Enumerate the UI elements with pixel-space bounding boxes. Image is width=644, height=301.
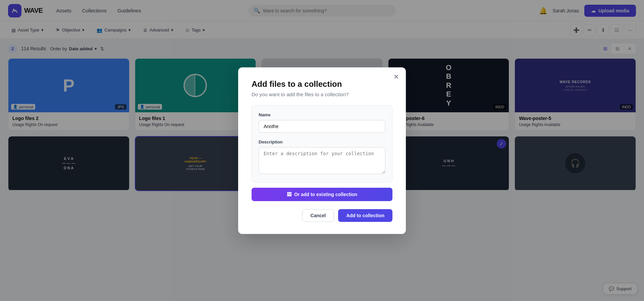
- description-label: Description: [259, 139, 385, 144]
- add-to-collection-modal: ✕ Add files to a collection Do you want …: [238, 67, 406, 191]
- description-input[interactable]: [259, 147, 385, 174]
- modal-subtitle: Do you want to add the files to a collec…: [252, 92, 392, 97]
- modal-overlay: ✕ Add files to a collection Do you want …: [0, 0, 644, 191]
- name-field-group: Name: [259, 112, 385, 133]
- add-to-existing-collection-button[interactable]: 🖼 Or add to existing collection: [252, 188, 392, 191]
- name-label: Name: [259, 112, 385, 117]
- description-field-group: Description: [259, 139, 385, 175]
- name-input[interactable]: [259, 120, 385, 133]
- modal-close-button[interactable]: ✕: [393, 73, 399, 81]
- modal-form-section: Name Description: [252, 105, 392, 182]
- modal-title: Add files to a collection: [252, 79, 392, 89]
